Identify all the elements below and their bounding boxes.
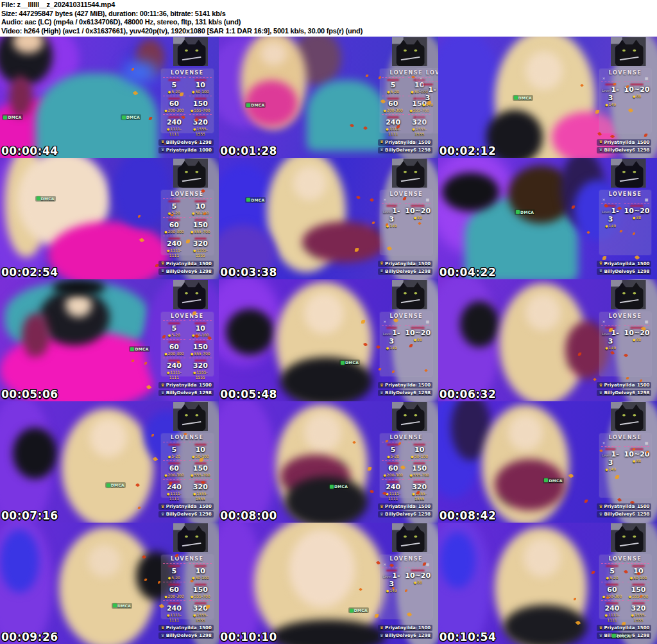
dmca-badge: DMCA [245,102,266,108]
purple-wall [219,401,276,523]
lock-icon [516,210,520,214]
tip-value: 150 [189,586,212,594]
coin-icon: ● [414,580,416,584]
leaderboard-row: ♛Priyatnyildar1000 [158,147,213,153]
tip-amount: 1-3 [608,450,619,467]
leaderboard-score: 1500 [637,261,649,266]
leaderboard-name: Priyatnyildar [604,261,635,266]
tip-range: ●149 [601,345,620,351]
timestamp-overlay: 00:03:38 [220,266,277,279]
dmca-label: DMCA [520,210,534,214]
tip-menu-cell: 320●1555-1555 [189,600,212,623]
coin-icon: ● [168,576,171,580]
tip-range: ●555-700 [189,229,212,234]
coin-icon: ● [605,467,608,471]
leaderboard-row: ♛BillyDelvey691298 [597,390,651,396]
tip-menu-six: 5●5-2010●50-10060●200-300150●555-700240●… [380,441,432,490]
leaderboard-score: 1500 [418,261,431,266]
leaderboard-score: 1500 [637,625,649,631]
coin-icon: ● [164,109,167,112]
lock-icon [130,347,134,351]
lovense-brand: LOVENSE [161,312,214,319]
file-info-line-video: Video: h264 (High) (avc1 / 0x31637661), … [1,27,656,36]
leaderboard: ♛Priyatnyildar1500♛BillyDelvey691298 [378,503,432,518]
leaderboard-row: ♛BillyDelvey691298 [158,632,213,639]
gift-icon: ▦ [425,562,429,566]
coin-icon: ● [411,90,413,94]
coin-icon: ● [633,459,635,463]
tip-label-blur [194,341,207,343]
menu-icon-row: ×▦ [599,197,652,202]
leaderboard-name: BillyDelvey69 [166,140,198,145]
timestamp-overlay: 00:05:48 [220,388,277,401]
leaderboard-name: BillyDelvey69 [385,390,416,396]
tip-range-value: 149 [609,223,616,228]
tip-menu-two: Level1-3●14910~20●88 [380,202,432,229]
tip-menu-cell: 150●555-700 [189,460,212,478]
tip-range: ●1555-1555 [189,613,212,623]
coin-icon: ● [191,473,193,477]
tip-value: 150 [189,222,212,229]
timestamp-overlay: 00:02:12 [439,144,497,157]
striped-sleeves [495,459,565,510]
tip-label-blur [605,448,616,450]
tip-range: ●50-100 [189,89,212,94]
tip-range: ●1111-1111 [163,613,185,623]
timestamp-overlay: 00:06:32 [439,388,497,401]
coin-icon: ● [383,109,386,112]
tip-amount: 10 [196,81,205,89]
tip-amount: 240 [167,604,182,613]
tip-amount: 10 [196,446,205,454]
tip-value: 240 [163,483,185,491]
leaderboard-score: 1500 [199,625,211,631]
leaderboard: ♛Priyatnyildar1500♛BillyDelvey691298 [378,625,432,639]
leaderboard-row: ♛Priyatnyildar1500 [597,382,651,388]
lock-icon [37,196,40,200]
black-cat-picture [392,159,427,187]
lock-icon [330,485,334,489]
leaderboard-score: 1298 [199,140,211,145]
dmca-badge: DMCA [339,360,360,365]
lovense-brand: LOVENSE [161,555,214,562]
tip-label-blur [168,444,180,446]
dmca-badge: DMCA [515,209,535,215]
video-thumbnail: LOVENSE×▦Level1-3●14910~20●88♛Priyatnyil… [219,158,438,279]
video-thumbnail: LOVENSE5●5-2010●50-10060●200-300150●555-… [0,279,219,401]
crown-icon: ♛ [599,261,602,266]
timestamp-overlay: 00:00:44 [1,144,58,157]
tip-range-value: 200-300 [168,108,184,112]
tip-level-prefix: Level [383,332,391,336]
leaderboard-score: 1298 [199,390,211,396]
lock-icon [514,96,518,100]
tip-label-blur [194,238,207,239]
tip-range: ●88 [405,337,431,342]
black-cat-picture [392,523,427,552]
lovense-brand: LOVENSE [599,69,652,76]
striped-sleeve [302,222,386,263]
dmca-label: DMCA [41,196,55,201]
coin-icon: ● [387,455,389,458]
leaderboard-row: ♛Priyatnyildar1500 [378,261,432,267]
tip-range-value: 50-100 [633,575,647,580]
tip-label-blur [413,462,425,464]
tip-value: Level1-3 [382,207,401,223]
leaderboard: ♛Priyatnyildar1500♛BillyDelvey691298 [378,261,432,275]
coin-icon: ● [386,346,389,350]
leaderboard-row: ♛BillyDelvey691298 [158,511,213,518]
tip-value: 5 [382,82,404,89]
tip-menu-cell: Level1-3●149 [382,325,401,351]
tip-menu-cell: 240●1111-1111 [163,236,185,259]
coin-icon: ● [167,370,169,374]
tip-menu-cell: 60●200-300 [163,460,185,478]
leaderboard-score: 1500 [418,625,431,631]
leaderboard: ♛Priyatnyildar1500♛BillyDelvey691298 [597,382,651,396]
tip-value: 10 [189,325,212,333]
video-thumbnail: LOVENSE×▦Level1-3●14910~20●88♛Priyatnyil… [438,158,657,279]
gift-icon: ▦ [645,198,649,202]
tip-level-prefix: Level [602,332,610,336]
tip-label-blur [168,602,180,604]
tip-range-value: 5-20 [171,575,180,580]
tip-label-blur [168,79,180,81]
tip-range-value: 1555-1555 [633,613,645,622]
leaderboard-row: ♛Priyatnyildar1500 [378,625,432,631]
